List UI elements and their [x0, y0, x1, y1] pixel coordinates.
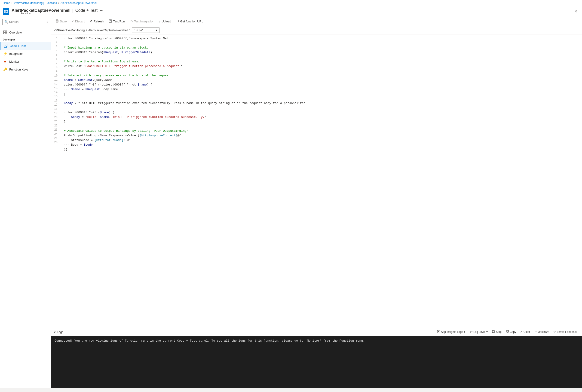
code-line: color:#0000ff;">if ($name) { — [64, 110, 578, 115]
breadcrumb-home[interactable]: Home — [3, 2, 10, 4]
line-number: 6 — [51, 57, 60, 61]
search-input[interactable] — [9, 20, 41, 24]
stop-label: Stop — [496, 330, 502, 334]
refresh-label: Refresh — [94, 20, 104, 23]
collapse-button[interactable]: « — [46, 20, 48, 24]
clear-button[interactable]: ✕ Clear — [518, 329, 532, 334]
discard-label: Discard — [75, 20, 85, 23]
svg-rect-15 — [507, 330, 508, 332]
function-keys-label: Function Keys — [9, 68, 28, 71]
code-line: } — [64, 120, 578, 124]
app-insights-button[interactable]: App Insights Logs ▾ — [435, 329, 467, 335]
test-run-button[interactable]: Test/Run — [107, 18, 127, 24]
upload-icon: ↑ — [159, 20, 161, 23]
code-line: color:#0000ff;">using color:#0000ff;">na… — [64, 36, 578, 41]
sidebar-item-code-test[interactable]: Code + Test — [0, 42, 50, 50]
discard-icon: ✕ — [72, 20, 74, 23]
svg-rect-3 — [4, 32, 5, 34]
line-number: 22 — [51, 124, 60, 128]
leave-feedback-label: Leave Feedback — [557, 330, 578, 334]
line-number: 5 — [51, 53, 60, 57]
code-line: ····Body = $body — [64, 142, 578, 147]
close-button[interactable]: ✕ — [572, 8, 579, 14]
app-insights-chevron: ▾ — [464, 330, 465, 334]
line-number: 3 — [51, 44, 60, 49]
code-line — [64, 152, 578, 156]
overview-icon — [3, 30, 8, 35]
line-number: 4 — [51, 49, 60, 53]
filepath-part2: AlertPacketCaptuePowershell — [88, 28, 128, 32]
line-number: 14 — [51, 90, 60, 94]
code-line: ····$name = $Request.Body.Name — [64, 87, 578, 92]
line-number: 26 — [51, 140, 60, 144]
logs-area: ∨ Logs App Insights Logs ▾ — [51, 328, 582, 388]
code-line: Write-Host "PowerShell HTTP trigger func… — [64, 64, 578, 69]
sidebar-item-overview[interactable]: Overview — [0, 28, 50, 36]
content-area: Save ✕ Discard ↺ Refresh Test/Run Test — [51, 17, 582, 388]
breadcrumb-functions[interactable]: VMProactiveMonitoring | Functions — [14, 2, 57, 4]
save-button[interactable]: Save — [54, 18, 69, 24]
code-content[interactable]: color:#0000ff;">using color:#0000ff;">na… — [60, 34, 582, 328]
log-level-icon — [470, 330, 472, 334]
discard-button[interactable]: ✕ Discard — [70, 18, 87, 24]
code-line: ····StatusCode = [HttpStatusCode]::OK — [64, 138, 578, 142]
test-run-label: Test/Run — [113, 20, 125, 23]
line-number: 13 — [51, 86, 60, 90]
code-line: color:#0000ff;">if (-color:#0000ff;">not… — [64, 82, 578, 87]
heart-icon: ♡ — [553, 330, 556, 334]
title-bar: AlertPacketCaptuePowershell | Code + Tes… — [0, 6, 582, 17]
test-integration-button[interactable]: Test integration — [128, 18, 156, 24]
code-line: # Input bindings are passed in via param… — [64, 46, 578, 50]
overview-label: Overview — [9, 31, 22, 34]
get-function-url-label: Get function URL — [180, 20, 203, 23]
breadcrumb: Home › VMProactiveMonitoring | Functions… — [0, 0, 582, 6]
sidebar: 🔍 « Overview Develo — [0, 17, 51, 388]
clear-icon: ✕ — [520, 330, 522, 334]
file-dropdown[interactable]: run.ps1 ▾ — [132, 28, 160, 33]
line-number: 10 — [51, 74, 60, 78]
stop-button[interactable]: Stop — [490, 329, 504, 335]
leave-feedback-button[interactable]: ♡ Leave Feedback — [552, 329, 579, 334]
code-line: # Write to the Azure Functions log strea… — [64, 60, 578, 64]
code-line: color:#0000ff;">param($Request, $Trigger… — [64, 50, 578, 55]
breadcrumb-function[interactable]: AlertPacketCaptuePowershell — [60, 2, 97, 4]
app-insights-icon — [437, 330, 440, 334]
monitor-icon: ■ — [3, 59, 8, 64]
app-icon — [3, 8, 9, 15]
line-number: 19 — [51, 111, 60, 115]
refresh-button[interactable]: ↺ Refresh — [88, 18, 106, 24]
log-level-chevron: ▾ — [486, 330, 488, 334]
search-icon: 🔍 — [4, 20, 8, 24]
get-function-url-button[interactable]: Get function URL — [174, 18, 205, 24]
code-editor[interactable]: 1234567891011121314151617181920212223242… — [51, 34, 582, 328]
line-number: 23 — [51, 128, 60, 132]
code-line: } — [64, 92, 578, 96]
copy-button[interactable]: Copy — [504, 329, 518, 335]
code-line: }) — [64, 147, 578, 152]
search-box[interactable]: 🔍 — [2, 19, 43, 25]
file-name: run.ps1 — [134, 28, 144, 32]
upload-button[interactable]: ↑ Upload — [157, 18, 173, 24]
stop-icon — [492, 330, 495, 334]
chevron-down-icon: ∨ — [54, 330, 56, 334]
sidebar-item-monitor[interactable]: ■ Monitor — [0, 58, 50, 66]
copy-icon — [506, 330, 509, 334]
code-line — [64, 55, 578, 60]
developer-section-label: Developer — [0, 36, 50, 42]
filepath-part1: VMProactiveMonitoring — [54, 28, 84, 32]
logs-expand-button[interactable]: ∨ Logs — [54, 330, 63, 334]
line-number: 1 — [51, 36, 60, 40]
integration-label: Integration — [9, 52, 23, 56]
svg-rect-7 — [56, 20, 58, 20]
maximize-label: Maximize — [538, 330, 550, 334]
log-level-button[interactable]: Log Level ▾ — [468, 329, 490, 335]
sidebar-item-integration[interactable]: ⚡ Integration — [0, 50, 50, 58]
sidebar-item-function-keys[interactable]: 🔑 Function Keys — [0, 66, 50, 73]
code-test-label: Code + Test — [10, 44, 26, 48]
function-keys-icon: 🔑 — [3, 67, 8, 72]
sidebar-nav: Overview Developer Code + Test ⚡ — [0, 27, 50, 388]
toolbar: Save ✕ Discard ↺ Refresh Test/Run Test — [51, 17, 582, 26]
maximize-button[interactable]: ↗ Maximize — [532, 329, 551, 334]
line-number: 8 — [51, 66, 60, 70]
line-number: 7 — [51, 61, 60, 66]
